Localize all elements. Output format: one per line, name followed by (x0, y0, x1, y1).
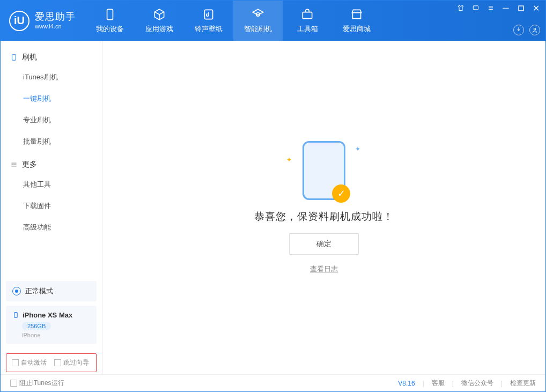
device-box[interactable]: iPhone XS Max 256GB iPhone (6, 306, 97, 344)
music-icon (202, 8, 216, 21)
header: iU 爱思助手 www.i4.cn 我的设备 应用游戏 铃声壁纸 智能刷机 (1, 1, 545, 41)
logo-icon: iU (9, 11, 29, 31)
header-actions (513, 25, 540, 35)
sidebar: 刷机 iTunes刷机 一键刷机 专业刷机 批量刷机 更多 其他工具 下载固件 … (1, 41, 102, 374)
sidebar-nav: 刷机 iTunes刷机 一键刷机 专业刷机 批量刷机 更多 其他工具 下载固件 … (1, 41, 102, 276)
refresh-icon (251, 8, 265, 21)
app-window: iU 爱思助手 www.i4.cn 我的设备 应用游戏 铃声壁纸 智能刷机 (0, 0, 546, 392)
skip-wizard-checkbox[interactable]: 跳过向导 (54, 358, 89, 367)
menu-icon[interactable]: ≡ (485, 3, 496, 13)
mode-label: 正常模式 (25, 286, 53, 296)
cube-icon (152, 8, 166, 21)
minimize-button[interactable]: ─ (500, 3, 511, 13)
sidebar-item-pro-flash[interactable]: 专业刷机 (1, 109, 102, 131)
sidebar-section-more: 更多 (1, 152, 102, 174)
mode-box[interactable]: 正常模式 (6, 281, 97, 301)
feedback-icon[interactable] (470, 3, 481, 13)
device-area: 正常模式 iPhone XS Max 256GB iPhone (1, 276, 102, 349)
tab-media[interactable]: 铃声壁纸 (184, 1, 233, 41)
list-icon (10, 161, 18, 168)
footer-left: 阻止iTunes运行 (10, 379, 64, 388)
options-highlight-box: 自动激活 跳过向导 (6, 353, 97, 372)
footer-right: V8.16 | 客服 | 微信公众号 | 检查更新 (398, 379, 536, 388)
tab-store[interactable]: 爱思商城 (332, 1, 381, 41)
sidebar-section-flash: 刷机 (1, 45, 102, 66)
body: 刷机 iTunes刷机 一键刷机 专业刷机 批量刷机 更多 其他工具 下载固件 … (1, 41, 545, 374)
sidebar-item-download-firmware[interactable]: 下载固件 (1, 195, 102, 217)
footer-link-update[interactable]: 检查更新 (510, 379, 536, 388)
svg-rect-3 (302, 12, 312, 19)
app-subtitle: www.i4.cn (35, 23, 76, 30)
sidebar-item-advanced[interactable]: 高级功能 (1, 217, 102, 238)
block-itunes-checkbox[interactable]: 阻止iTunes运行 (10, 379, 64, 388)
sidebar-item-other-tools[interactable]: 其他工具 (1, 174, 102, 195)
tab-apps[interactable]: 应用游戏 (135, 1, 184, 41)
view-log-link[interactable]: 查看日志 (310, 264, 338, 274)
sidebar-item-batch-flash[interactable]: 批量刷机 (1, 131, 102, 152)
ok-button[interactable]: 确定 (289, 233, 359, 255)
tshirt-icon[interactable] (455, 3, 466, 13)
tab-device[interactable]: 我的设备 (85, 1, 135, 41)
phone-icon (103, 8, 117, 21)
svg-point-6 (534, 28, 536, 31)
success-title: 恭喜您，保资料刷机成功啦！ (254, 210, 394, 224)
phone-illustration-icon: ✓ (302, 141, 345, 200)
user-icon[interactable] (529, 25, 540, 35)
svg-rect-7 (12, 55, 16, 61)
download-icon[interactable] (513, 25, 524, 35)
maximize-button[interactable] (515, 3, 526, 13)
svg-rect-8 (14, 313, 17, 318)
device-type: iPhone (22, 332, 90, 338)
version-label: V8.16 (398, 380, 415, 387)
device-capacity: 256GB (22, 322, 51, 330)
footer: 阻止iTunes运行 V8.16 | 客服 | 微信公众号 | 检查更新 (1, 374, 545, 391)
app-title: 爱思助手 (35, 11, 76, 23)
close-button[interactable]: ✕ (530, 3, 541, 13)
svg-rect-0 (107, 9, 113, 20)
toolbox-icon (300, 8, 314, 21)
top-tabs: 我的设备 应用游戏 铃声壁纸 智能刷机 工具箱 爱思商城 (85, 1, 381, 41)
mode-dot-icon (12, 287, 21, 295)
footer-link-support[interactable]: 客服 (432, 379, 445, 388)
sidebar-item-itunes-flash[interactable]: iTunes刷机 (1, 66, 102, 88)
logo-area: iU 爱思助手 www.i4.cn (1, 1, 85, 41)
svg-rect-4 (473, 6, 478, 10)
auto-activate-checkbox[interactable]: 自动激活 (12, 358, 47, 367)
main-content: ✦ ✦ ✓ 恭喜您，保资料刷机成功啦！ 确定 查看日志 (102, 41, 545, 374)
device-name-label: iPhone XS Max (23, 311, 72, 319)
window-controls-top: ≡ ─ ✕ (455, 3, 541, 13)
sidebar-item-oneclick-flash[interactable]: 一键刷机 (1, 88, 102, 109)
success-illustration: ✦ ✦ ✓ (302, 141, 345, 200)
phone-small-icon (12, 312, 19, 319)
tab-tools[interactable]: 工具箱 (283, 1, 332, 41)
svg-rect-5 (519, 6, 523, 11)
tablet-icon (10, 54, 18, 61)
footer-link-wechat[interactable]: 微信公众号 (461, 379, 493, 388)
tab-flash[interactable]: 智能刷机 (233, 1, 283, 41)
store-icon (350, 8, 364, 21)
checkmark-icon: ✓ (332, 184, 350, 203)
